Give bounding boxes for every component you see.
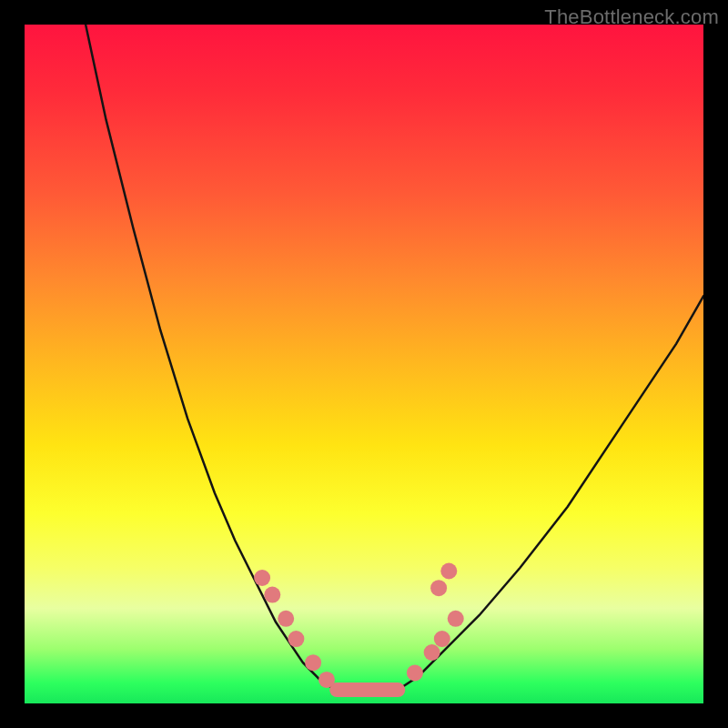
marker-dot (254, 570, 270, 586)
watermark: TheBottleneck.com (544, 5, 719, 29)
chart-frame: TheBottleneck.com (0, 0, 728, 728)
marker-dot (448, 611, 464, 627)
marker-dot (318, 672, 335, 688)
marker-dot (278, 611, 294, 627)
marker-dot (305, 654, 321, 671)
plot-area (25, 25, 703, 703)
marker-dot (288, 631, 304, 647)
marker-dot (264, 587, 280, 603)
marker-dot (440, 563, 457, 580)
marker-dot (424, 644, 440, 661)
marker-dots (254, 563, 464, 688)
marker-dot (434, 631, 450, 647)
marker-dot (430, 580, 447, 596)
bottleneck-curve (86, 25, 703, 693)
curve-layer (25, 25, 703, 703)
marker-dot (407, 664, 423, 681)
